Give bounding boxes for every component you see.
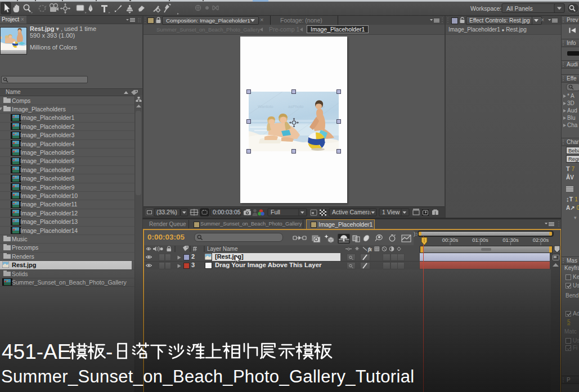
svg-text:Workspace:: Workspace: [470,5,501,12]
svg-text:451-AE: 451-AE [2,340,71,363]
svg-text:-: - [106,340,113,363]
svg-text:fx: fx [368,246,372,252]
svg-text:0:00:03:05: 0:00:03:05 [213,209,241,215]
svg-text:Layer Name: Layer Name [207,246,238,252]
svg-text:asPhoto: asPhoto [288,104,304,109]
svg-text:All Panels: All Panels [506,5,533,12]
svg-text:1 View: 1 View [382,209,400,215]
svg-text:Full: Full [271,209,280,215]
svg-text:(33.2%): (33.2%) [156,209,177,215]
svg-text:Active Camera: Active Camera [332,209,371,215]
